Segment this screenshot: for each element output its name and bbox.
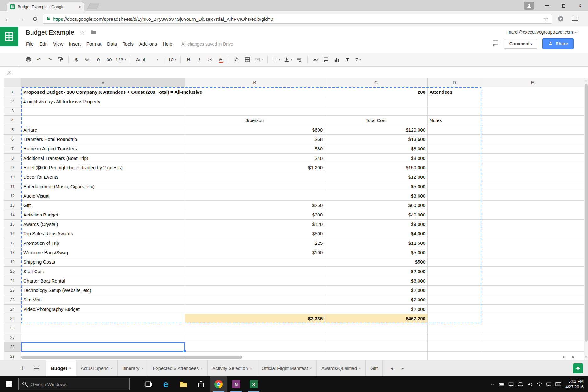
cell-A15[interactable]: Awards (Crystal) — [21, 220, 185, 229]
row-header-28[interactable]: 28 — [4, 342, 21, 352]
cell-C17[interactable]: $12,500 — [325, 238, 428, 248]
cell-B2[interactable] — [185, 97, 325, 106]
cell-E10[interactable] — [481, 172, 584, 182]
sheets-logo-icon[interactable] — [0, 27, 18, 46]
cell-C8[interactable]: $8,000 — [325, 154, 428, 163]
cell-E22[interactable] — [481, 286, 584, 295]
row-header-24[interactable]: 24 — [4, 305, 21, 314]
cell-D16[interactable] — [428, 229, 481, 238]
horizontal-align-button[interactable]: ▾ — [270, 55, 282, 64]
filter-button[interactable] — [342, 55, 352, 64]
sheet-tab-awards-qualified[interactable]: Awards/Qualified▾ — [317, 360, 366, 376]
cell-D27[interactable] — [428, 333, 481, 342]
cell-B7[interactable]: $80 — [185, 144, 325, 154]
cell-D9[interactable] — [428, 163, 481, 172]
cell-D26[interactable] — [428, 323, 481, 333]
task-view-icon[interactable] — [140, 376, 157, 392]
cell-A5[interactable]: Airfare — [21, 125, 185, 135]
row-header-20[interactable]: 20 — [4, 267, 21, 276]
edge-icon[interactable]: e — [157, 376, 174, 392]
row-header-26[interactable]: 26 — [4, 323, 21, 333]
cell-B9[interactable]: $1,200 — [185, 163, 325, 172]
onenote-icon[interactable]: N — [228, 376, 245, 392]
cell-D21[interactable] — [428, 276, 481, 286]
cell-A6[interactable]: Transfers Hotel Roundtrip — [21, 135, 185, 144]
cell-C16[interactable]: $4,000 — [325, 229, 428, 238]
cell-B5[interactable]: $600 — [185, 125, 325, 135]
cell-D3[interactable] — [428, 106, 481, 116]
select-all-corner[interactable] — [4, 78, 21, 87]
cell-E4[interactable] — [481, 116, 584, 125]
window-minimize-button[interactable] — [539, 0, 555, 11]
redo-button[interactable]: ↷ — [45, 55, 55, 64]
all-sheets-icon[interactable] — [30, 360, 43, 376]
cell-E26[interactable] — [481, 323, 584, 333]
cell-A20[interactable]: Staff Cost — [21, 267, 185, 276]
strikethrough-button[interactable]: S — [205, 55, 215, 64]
vertical-scrollbar[interactable]: ▲ ▼ — [584, 78, 588, 360]
menu-view[interactable]: View — [50, 39, 66, 48]
cell-C20[interactable]: $2,000 — [325, 267, 428, 276]
cell-A3[interactable] — [21, 106, 185, 116]
cell-E9[interactable] — [481, 163, 584, 172]
document-title[interactable]: Budget Example — [26, 29, 74, 36]
cell-C18[interactable]: $5,000 — [325, 248, 428, 257]
more-formats-button[interactable]: 123▾ — [114, 55, 127, 64]
row-header-1[interactable]: 1 — [4, 87, 21, 97]
row-header-5[interactable]: 5 — [4, 125, 21, 135]
cell-E7[interactable] — [481, 144, 584, 154]
text-wrap-button[interactable] — [294, 55, 304, 64]
row-header-22[interactable]: 22 — [4, 286, 21, 295]
reload-icon[interactable] — [30, 14, 40, 24]
cell-C11[interactable]: $5,000 — [325, 182, 428, 191]
cell-A2[interactable]: 4 nights/5 days All-Inclusive Property — [21, 97, 185, 106]
cell-A14[interactable]: Activities Budget — [21, 210, 185, 220]
cell-C27[interactable] — [325, 333, 428, 342]
cell-C14[interactable]: $40,000 — [325, 210, 428, 220]
insert-link-button[interactable] — [310, 55, 320, 64]
cell-A7[interactable]: Home to Airport Transfers — [21, 144, 185, 154]
cell-D20[interactable] — [428, 267, 481, 276]
keyboard-icon[interactable] — [553, 376, 563, 392]
italic-button[interactable]: I — [194, 55, 204, 64]
column-header-c[interactable]: C — [325, 78, 428, 87]
cell-C24[interactable]: $2,000 — [325, 305, 428, 314]
taskbar-clock[interactable]: 6:02 PM 4/27/2016 — [565, 378, 584, 389]
tabs-scroll-right-icon[interactable]: ▸ — [402, 366, 404, 371]
cell-D1[interactable]: Attendees — [428, 87, 481, 97]
cell-D15[interactable] — [428, 220, 481, 229]
onedrive-icon[interactable] — [516, 376, 525, 392]
increase-decimal-places-button[interactable]: .00 — [103, 55, 114, 64]
cell-B1[interactable] — [185, 87, 325, 97]
sheet-tab-gift[interactable]: Gift — [366, 360, 383, 376]
battery-icon[interactable] — [497, 376, 506, 392]
cell-A12[interactable]: Audio Visual — [21, 191, 185, 201]
cell-B13[interactable]: $250 — [185, 201, 325, 210]
cell-B10[interactable] — [185, 172, 325, 182]
functions-button[interactable]: Σ▾ — [353, 55, 363, 64]
cell-E3[interactable] — [481, 106, 584, 116]
cell-C2[interactable] — [325, 97, 428, 106]
browser-action-icon[interactable] — [555, 14, 566, 24]
cell-C23[interactable]: $2,000 — [325, 295, 428, 305]
row-header-29[interactable]: 29 — [4, 352, 21, 360]
column-header-b[interactable]: B — [185, 78, 325, 87]
column-header-d[interactable]: D — [428, 78, 481, 87]
cell-D22[interactable] — [428, 286, 481, 295]
cell-D18[interactable] — [428, 248, 481, 257]
cell-B22[interactable] — [185, 286, 325, 295]
fill-color-button[interactable] — [232, 55, 242, 64]
menu-file[interactable]: File — [23, 39, 36, 48]
cell-A18[interactable]: Welcome Bags/Swag — [21, 248, 185, 257]
cell-A1[interactable]: Proposed Budget - 100 Company X Attendee… — [21, 87, 185, 97]
cell-B20[interactable] — [185, 267, 325, 276]
cell-A26[interactable] — [21, 323, 185, 333]
cell-E18[interactable] — [481, 248, 584, 257]
excel-icon[interactable]: X — [245, 376, 262, 392]
cell-C13[interactable]: $60,000 — [325, 201, 428, 210]
display-icon[interactable] — [506, 376, 516, 392]
scroll-down-icon[interactable]: ▼ — [584, 356, 588, 359]
cell-D8[interactable] — [428, 154, 481, 163]
comment-bubble-icon[interactable] — [492, 40, 499, 48]
cell-D11[interactable] — [428, 182, 481, 191]
